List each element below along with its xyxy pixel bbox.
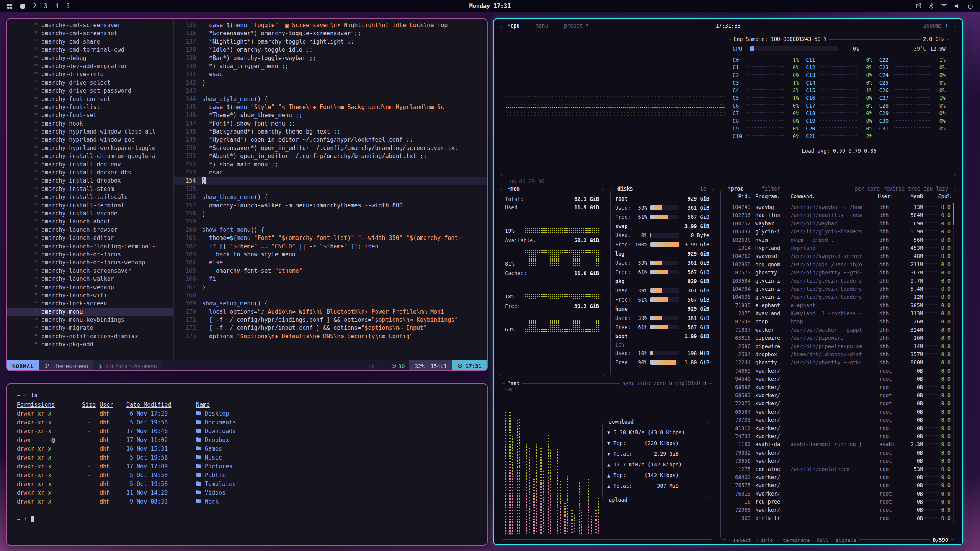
proc-header-row[interactable]: Pid:Program:Command:User:MemBCpu% (724, 193, 951, 199)
file-item[interactable]: * omarchy-launch-screensaver (7, 267, 173, 275)
file-item[interactable]: * omarchy-cmd-screensaver (7, 21, 173, 29)
process-row[interactable]: 104784glycin-i/usr/lib/glycin-loadersdhh… (724, 285, 951, 293)
file-item[interactable]: * omarchy-launch-about (7, 218, 173, 226)
process-row[interactable]: 63816pipewire/usr/bin/pipewiredhh16M0.0 (724, 334, 951, 342)
file-item[interactable]: * omarchy-cmd-screenshot (7, 29, 173, 37)
proc-column-header[interactable]: User: (878, 193, 902, 199)
disks-panel-title[interactable]: disks (615, 186, 635, 192)
file-item[interactable]: * omarchy-menu-keybindings (7, 316, 173, 324)
file-item[interactable]: * omarchy-hyprland-window-pop (7, 136, 173, 144)
process-row[interactable]: 68583kworker/root0B0.0 (724, 391, 951, 399)
proc-column-header[interactable]: Cpu% (923, 193, 951, 199)
process-row[interactable]: 81310kworker/root0B0.0 (724, 424, 951, 432)
file-item[interactable]: * omarchy-cmd-terminal-cwd (7, 46, 173, 54)
file-item[interactable]: * omarchy-launch-wifi (7, 292, 173, 300)
process-row[interactable]: 73703kworker/root0B0.0 (724, 416, 951, 424)
file-item[interactable]: * omarchy-font-list (7, 103, 173, 111)
file-item[interactable]: * omarchy-install-steam (7, 185, 173, 193)
file-item[interactable]: * omarchy-launch-editor (7, 234, 173, 242)
share-icon[interactable] (915, 3, 921, 9)
file-item[interactable]: * omarchy-install-docker-dbs (7, 169, 173, 177)
process-row[interactable]: 2075XwaylandXwayland :1 -rootless -dhh11… (724, 310, 951, 318)
file-item[interactable]: * omarchy-install-dropbox (7, 177, 173, 185)
process-row[interactable]: 102866org.gnom/usr/bin/gjs /usr/lib/odhh… (724, 261, 951, 269)
process-row[interactable]: 72073kworker/root0B0.0 (724, 399, 951, 408)
process-row[interactable]: 94540kworker/root0B0.0 (724, 375, 951, 383)
file-item[interactable]: * omarchy-cmd-share (7, 38, 173, 46)
process-row[interactable]: 12244ghostty/usr/bin/ghostty --gtk-dhh86… (724, 359, 951, 367)
process-row[interactable]: 803btrfs-trroot0B0.0 (724, 514, 951, 522)
workspace-5[interactable]: 5 (66, 3, 70, 10)
keyboard-icon[interactable] (941, 3, 947, 9)
apps-icon[interactable] (7, 3, 13, 9)
workspace-2[interactable]: 2 (33, 3, 36, 10)
process-row[interactable]: 71837walker/usr/bin/walker --gappldhh324… (724, 326, 951, 334)
proc-column-header[interactable]: Program: (751, 193, 791, 199)
file-item[interactable]: * omarchy-launch-webapp (7, 284, 173, 292)
file-item[interactable]: * omarchy-font-set (7, 111, 173, 119)
process-row[interactable]: 79032kworker/root0B0.0 (724, 449, 951, 457)
process-row[interactable]: 71835elephantelephantdhh385M0.0 (724, 302, 951, 310)
proc-option-reverse[interactable]: reverse (883, 186, 908, 192)
net-zero-button[interactable]: zero (653, 380, 669, 386)
process-row[interactable]: 74869kworker/root0B0.0 (724, 367, 951, 375)
terminal-window[interactable]: ~ › ls PermissionsSizeUserDate ModifiedN… (6, 383, 488, 546)
workspace-4[interactable]: 4 (55, 3, 59, 10)
bluetooth-icon[interactable] (928, 3, 934, 9)
proc-option-tree[interactable]: tree (908, 186, 923, 192)
process-row[interactable]: 76575kworker/root0B0.0 (724, 481, 951, 489)
proc-footer-select[interactable]: ↑select (728, 537, 751, 543)
process-row[interactable]: 2504dropbox/home/dhh/.dropbox-distdhh357… (724, 350, 951, 359)
menu-button[interactable]: menu (533, 23, 550, 29)
volume-icon[interactable] (954, 3, 960, 9)
file-item[interactable]: * omarchy-font-current (7, 95, 173, 103)
process-row[interactable]: 2586pipewire/usr/bin/pipewire-pulsedhh14… (724, 342, 951, 350)
process-row[interactable]: 68584kworker/root0B0.0 (724, 408, 951, 416)
file-item[interactable]: * omarchy-dev-add-migration (7, 62, 173, 70)
process-row[interactable]: 72088kworker/root0B0.0 (724, 506, 951, 514)
preset-button[interactable]: preset * (562, 23, 591, 29)
file-item[interactable]: * omarchy-install-tailscale (7, 193, 173, 201)
interval-minus-button[interactable]: - (917, 23, 920, 29)
file-item[interactable]: * omarchy-lock-screen (7, 300, 173, 308)
filter-button[interactable]: filter (759, 186, 782, 192)
process-row[interactable]: 1914HyprlandHyprlanddhh453M0.0 (724, 244, 951, 252)
process-row[interactable]: 87649btopbtopdhh26M0.0 (724, 318, 951, 326)
sort-selector[interactable]: cpu lazy (923, 186, 948, 192)
file-item[interactable]: * omarchy-launch-walker (7, 275, 173, 283)
process-row[interactable]: 76313kworker/root0B0.0 (724, 490, 951, 498)
proc-option-per-core[interactable]: per-core (855, 186, 883, 192)
file-item[interactable]: * omarchy-launch-browser (7, 226, 173, 234)
proc-footer-signals[interactable]: signals (834, 537, 857, 543)
process-row[interactable]: 103684glycin-i/usr/lib/glycin-loadersdhh… (724, 277, 951, 285)
file-item[interactable]: * omarchy-notification-dismiss (7, 333, 173, 341)
file-item[interactable]: * omarchy-drive-select (7, 79, 173, 87)
net-sync-button[interactable]: sync (622, 380, 638, 386)
process-row[interactable]: 102796nautilus/usr/bin/nautilus --newdhh… (724, 211, 951, 219)
process-row[interactable]: 87573ghostty/usr/bin/ghostty --gtk-dhh36… (724, 269, 951, 277)
interval-plus-button[interactable]: + (945, 23, 948, 29)
proc-panel-title[interactable]: ⁴proc (725, 186, 746, 192)
file-item[interactable]: * omarchy-install-chromium-google-a (7, 152, 173, 160)
file-item[interactable]: * omarchy-migrate (7, 324, 173, 332)
proc-column-header[interactable]: MemB (902, 193, 923, 199)
workspace-3[interactable]: 3 (44, 3, 47, 10)
file-item[interactable]: * omarchy-menu (7, 308, 173, 316)
process-row[interactable]: 104762swayosd-/usr/bin/swayosd-serverdhh… (724, 252, 951, 260)
file-item[interactable]: * omarchy-hyprland-workspace-toggle (7, 144, 173, 152)
iface-next-button[interactable]: n (703, 380, 706, 386)
process-row[interactable]: 68586kworker/root0B0.0 (724, 383, 951, 391)
process-row[interactable]: 104743swaybg/usr/bin/swaybg -i /homdhh13… (724, 203, 951, 211)
proc-footer-terminate[interactable]: ↵terminate (778, 537, 810, 543)
file-item[interactable]: * omarchy-hook (7, 120, 173, 128)
file-item[interactable]: * omarchy-drive-info (7, 70, 173, 78)
process-row[interactable]: 1275containe/usr/bin/containerdroot53M0.… (724, 465, 951, 473)
net-panel-title[interactable]: ³net (505, 380, 522, 386)
proc-column-header[interactable]: Pid: (724, 193, 751, 199)
io-toggle[interactable]: io (698, 186, 709, 192)
process-row[interactable]: 16rcu_preeroot0B0.0 (724, 498, 951, 506)
file-item[interactable]: * omarchy-install-dev-env (7, 161, 173, 169)
power-icon[interactable] (967, 3, 973, 9)
file-item[interactable]: * omarchy-install-terminal (7, 202, 173, 210)
proc-column-header[interactable]: Command: (791, 193, 878, 199)
